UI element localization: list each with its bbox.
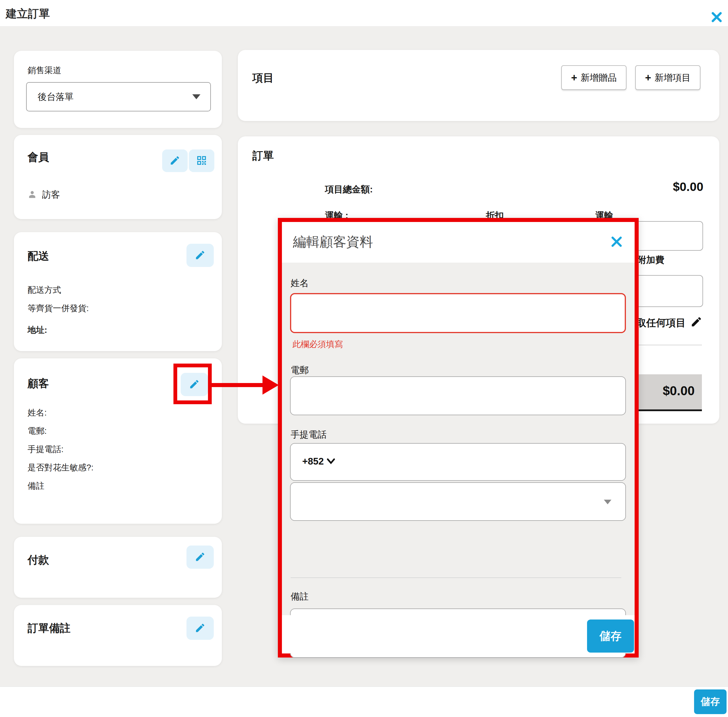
member-title: 會員 bbox=[27, 150, 49, 165]
modal-title: 編輯顧客資料 bbox=[293, 233, 373, 251]
page-footer: 儲存 bbox=[0, 686, 728, 717]
phone-prefix-value: +852 bbox=[302, 456, 324, 467]
modal-header: 編輯顧客資料 bbox=[282, 222, 635, 262]
order-title: 訂單 bbox=[252, 149, 274, 163]
payment-title: 付款 bbox=[27, 553, 49, 567]
pencil-icon bbox=[195, 551, 206, 563]
items-title: 項目 bbox=[252, 71, 274, 85]
chevron-down-icon bbox=[604, 500, 611, 504]
add-gift-label: 新增贈品 bbox=[581, 72, 617, 84]
sales-channel-value: 後台落單 bbox=[38, 91, 74, 103]
phone-number-select[interactable] bbox=[290, 482, 626, 521]
page-save-button[interactable]: 儲存 bbox=[694, 690, 726, 714]
delivery-card: 配送 配送方式 等齊貨一併發貨: 地址: bbox=[14, 232, 222, 351]
required-error-text: 此欄必須填寫 bbox=[292, 339, 343, 350]
delivery-title: 配送 bbox=[27, 249, 49, 264]
name-input[interactable] bbox=[290, 293, 626, 333]
modal-divider bbox=[291, 577, 621, 578]
delivery-address-label: 地址: bbox=[27, 324, 47, 336]
order-notes-title: 訂單備註 bbox=[27, 621, 70, 635]
add-item-button[interactable]: + 新增項目 bbox=[635, 65, 701, 90]
red-arrow-head-icon bbox=[262, 375, 279, 395]
mobile-phone-label: 手提電話 bbox=[291, 429, 327, 441]
pencil-icon bbox=[690, 316, 702, 330]
pick-any-item-label: 取任何項目 bbox=[637, 316, 686, 330]
plus-icon: + bbox=[571, 72, 577, 84]
modal-save-button[interactable]: 儲存 bbox=[587, 619, 634, 653]
customer-notes-label: 備註 bbox=[27, 480, 44, 492]
member-scan-button[interactable] bbox=[189, 150, 214, 172]
member-edit-button[interactable] bbox=[162, 150, 188, 172]
sales-channel-label: 銷售渠道 bbox=[27, 65, 61, 76]
red-highlight-box bbox=[174, 363, 212, 404]
delivery-ship-together-label: 等齊貨一併發貨: bbox=[27, 303, 89, 314]
modal-close-icon[interactable] bbox=[610, 235, 624, 249]
member-guest-row: 訪客 bbox=[27, 189, 60, 201]
name-label: 姓名 bbox=[291, 277, 309, 289]
customer-name-label: 姓名: bbox=[27, 407, 47, 419]
sales-channel-select[interactable]: 後台落單 bbox=[26, 82, 211, 111]
modal-footer: 儲存 bbox=[282, 615, 635, 653]
red-arrow-line bbox=[211, 383, 263, 387]
edit-customer-modal: 編輯顧客資料 姓名 此欄必須填寫 電郵 手提電話 +852 bbox=[278, 218, 639, 658]
qr-code-icon bbox=[196, 155, 207, 167]
create-order-page: 建立訂單 銷售渠道 後台落單 會員 訪客 bbox=[0, 0, 728, 717]
add-item-label: 新增項目 bbox=[655, 72, 691, 84]
pencil-icon bbox=[169, 155, 180, 167]
notes-label: 備註 bbox=[291, 590, 309, 603]
member-guest-label: 訪客 bbox=[42, 189, 60, 201]
add-gift-button[interactable]: + 新增贈品 bbox=[561, 65, 626, 90]
member-card: 會員 訪客 bbox=[14, 135, 222, 219]
delivery-edit-button[interactable] bbox=[186, 244, 214, 267]
order-notes-card: 訂單備註 bbox=[14, 605, 222, 666]
chevron-down-icon bbox=[327, 456, 335, 467]
email-label: 電郵 bbox=[291, 364, 309, 376]
customer-email-label: 電郵: bbox=[27, 426, 47, 437]
delivery-method-label: 配送方式 bbox=[27, 284, 61, 296]
page-header: 建立訂單 bbox=[0, 0, 728, 26]
payment-card: 付款 bbox=[14, 537, 222, 598]
phone-prefix-select[interactable]: +852 bbox=[290, 443, 626, 481]
page-title: 建立訂單 bbox=[6, 6, 50, 21]
customer-phone-label: 手提電話: bbox=[27, 444, 64, 455]
modal-body: 姓名 此欄必須填寫 電郵 手提電話 +852 bbox=[282, 262, 635, 615]
sales-channel-card: 銷售渠道 後台落單 bbox=[14, 51, 222, 128]
plus-icon: + bbox=[645, 72, 651, 84]
pencil-icon bbox=[195, 250, 206, 261]
pencil-icon bbox=[195, 622, 206, 634]
person-icon bbox=[27, 189, 37, 200]
pick-any-item-row[interactable]: 取任何項目 bbox=[637, 316, 702, 330]
items-card: 項目 + 新增贈品 + 新增項目 bbox=[238, 50, 719, 121]
chevron-down-icon bbox=[192, 94, 200, 99]
item-total-label: 項目總金額: bbox=[325, 183, 373, 195]
item-total-value: $0.00 bbox=[673, 180, 704, 194]
close-icon[interactable] bbox=[710, 11, 723, 24]
order-notes-edit-button[interactable] bbox=[186, 616, 214, 640]
customer-allergy-label: 是否對花生敏感?: bbox=[27, 462, 93, 474]
payment-edit-button[interactable] bbox=[186, 546, 214, 569]
customer-title: 顧客 bbox=[27, 376, 49, 391]
email-input[interactable] bbox=[290, 376, 626, 415]
surcharge-label: 附加費 bbox=[637, 254, 664, 266]
order-total-value: $0.00 bbox=[663, 384, 694, 398]
